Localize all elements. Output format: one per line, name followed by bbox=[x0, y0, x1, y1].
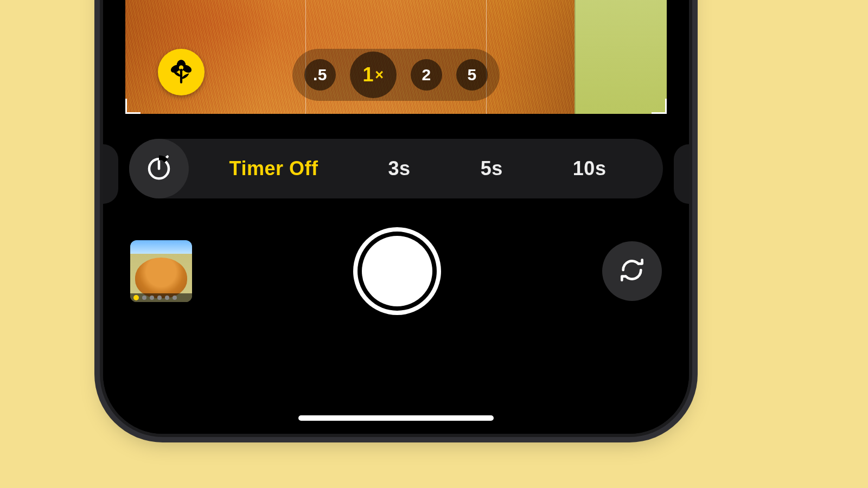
shutter-button[interactable] bbox=[353, 227, 441, 315]
timer-option-10s[interactable]: 10s bbox=[559, 152, 621, 185]
thumb-controls-strip bbox=[130, 293, 192, 302]
flower-icon bbox=[168, 57, 195, 87]
timer-icon-button[interactable] bbox=[129, 139, 189, 198]
zoom-label: .5 bbox=[313, 66, 327, 84]
zoom-option-0-5x[interactable]: .5 bbox=[304, 59, 336, 91]
zoom-label: 1 bbox=[363, 63, 374, 86]
home-indicator[interactable] bbox=[298, 415, 494, 421]
mode-peek-right[interactable] bbox=[674, 144, 689, 204]
zoom-label: 5 bbox=[467, 66, 476, 84]
thumb-sky bbox=[130, 240, 192, 254]
timer-options: Timer Off 3s 5s 10s bbox=[194, 152, 663, 185]
zoom-label: 2 bbox=[422, 66, 431, 84]
macro-mode-button[interactable] bbox=[158, 49, 205, 95]
timer-tray: Timer Off 3s 5s 10s bbox=[129, 139, 663, 198]
camera-viewfinder[interactable]: scra bbox=[125, 0, 667, 114]
zoom-selector[interactable]: .5 1× 2 5 bbox=[292, 49, 500, 101]
phone-device-frame: scra bbox=[103, 0, 689, 434]
timer-option-off[interactable]: Timer Off bbox=[215, 152, 333, 185]
camera-control-deck: Timer Off 3s 5s 10s bbox=[103, 114, 689, 434]
zoom-suffix: × bbox=[375, 67, 384, 84]
last-photo-thumbnail[interactable] bbox=[130, 240, 192, 302]
mode-peek-left[interactable] bbox=[103, 144, 118, 204]
capture-row bbox=[130, 228, 662, 314]
zoom-option-5x[interactable]: 5 bbox=[456, 59, 488, 91]
crop-mark-bottom-left bbox=[125, 99, 141, 114]
timer-option-5s[interactable]: 5s bbox=[467, 152, 517, 185]
switch-camera-icon bbox=[617, 255, 647, 287]
background-box bbox=[575, 0, 667, 114]
thumb-cat bbox=[135, 258, 187, 298]
switch-camera-button[interactable] bbox=[602, 241, 662, 301]
zoom-option-2x[interactable]: 2 bbox=[411, 59, 442, 91]
zoom-option-1x[interactable]: 1× bbox=[350, 52, 397, 98]
timer-icon bbox=[144, 153, 174, 184]
timer-option-3s[interactable]: 3s bbox=[374, 152, 425, 185]
crop-mark-bottom-right bbox=[652, 99, 667, 114]
